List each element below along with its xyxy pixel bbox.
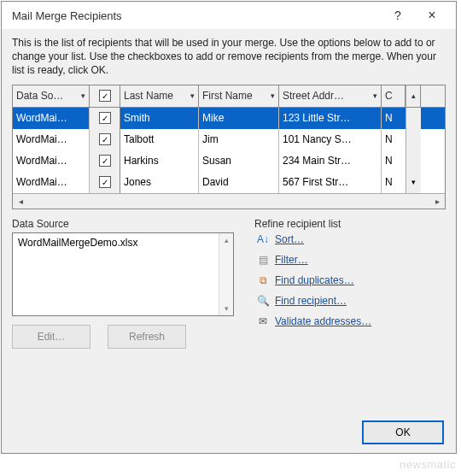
row-checkbox[interactable]: ✓ [99, 112, 111, 124]
check-all-checkbox[interactable]: ✓ [99, 90, 111, 102]
row-checkbox[interactable]: ✓ [99, 133, 111, 145]
scroll-down-icon[interactable]: ▾ [219, 302, 233, 315]
table-row[interactable]: WordMai… ✓ Harkins Susan 234 Main Str… N [13, 150, 445, 172]
recipients-grid: Data So…▾ ✓ Last Name▾ First Name▾ Stree… [12, 85, 446, 209]
chevron-down-icon: ▾ [190, 91, 195, 100]
find-icon: 🔍 [256, 294, 270, 308]
col-first-name[interactable]: First Name▾ [199, 85, 279, 107]
scroll-up-icon[interactable]: ▴ [406, 85, 421, 107]
table-row[interactable]: WordMai… ✓ Jones David 567 First Str… N … [13, 172, 445, 193]
dialog-title: Mail Merge Recipients [12, 9, 381, 22]
sort-icon: A↓ [256, 232, 270, 246]
data-source-list[interactable]: WordMailMergeDemo.xlsx ▴ ▾ [12, 232, 234, 316]
refresh-button[interactable]: Refresh [108, 325, 186, 349]
table-row[interactable]: WordMai… ✓ Talbott Jim 101 Nancy S… N [13, 129, 445, 150]
find-duplicates-link[interactable]: Find duplicates… [275, 274, 354, 286]
table-row[interactable]: WordMai… ✓ Smith Mike 123 Little Str… N [13, 108, 445, 129]
horizontal-scrollbar[interactable]: ◂ ▸ [13, 193, 445, 209]
watermark: newsmatic [400, 458, 456, 471]
close-button[interactable]: × [415, 8, 449, 23]
titlebar: Mail Merge Recipients ? × [2, 2, 456, 29]
chevron-down-icon: ▾ [271, 91, 275, 100]
data-source-panel: Data Source WordMailMergeDemo.xlsx ▴ ▾ E… [12, 218, 234, 349]
mail-merge-dialog: Mail Merge Recipients ? × This is the li… [1, 1, 457, 454]
scroll-up-icon[interactable]: ▴ [219, 233, 233, 247]
row-checkbox[interactable]: ✓ [99, 176, 111, 188]
row-checkbox[interactable]: ✓ [99, 155, 111, 167]
grid-header: Data So…▾ ✓ Last Name▾ First Name▾ Stree… [13, 85, 445, 108]
chevron-down-icon: ▾ [81, 91, 85, 100]
filter-icon: ▤ [256, 253, 270, 267]
filter-link[interactable]: Filter… [275, 254, 308, 266]
scroll-right-icon[interactable]: ▸ [429, 193, 445, 209]
data-source-item[interactable]: WordMailMergeDemo.xlsx [15, 235, 231, 250]
chevron-down-icon: ▾ [373, 91, 377, 100]
vertical-scrollbar[interactable]: ▴ ▾ [219, 233, 233, 315]
scroll-left-icon[interactable]: ◂ [13, 193, 28, 209]
validate-icon: ✉ [256, 314, 270, 328]
data-source-label: Data Source [12, 218, 234, 230]
col-data-source[interactable]: Data So…▾ [13, 85, 90, 107]
edit-button[interactable]: Edit… [12, 325, 90, 349]
intro-text: This is the list of recipients that will… [12, 36, 446, 78]
dialog-content: This is the list of recipients that will… [2, 29, 456, 354]
refine-label: Refine recipient list [254, 218, 446, 230]
col-check-all[interactable]: ✓ [90, 85, 120, 107]
find-recipient-link[interactable]: Find recipient… [275, 295, 347, 307]
refine-panel: Refine recipient list A↓ Sort… ▤ Filter…… [254, 218, 446, 349]
ok-button[interactable]: OK [362, 420, 444, 444]
duplicates-icon: ⧉ [256, 273, 270, 287]
col-last-name[interactable]: Last Name▾ [120, 85, 199, 107]
help-button[interactable]: ? [381, 9, 415, 22]
validate-link[interactable]: Validate addresses… [275, 315, 371, 327]
sort-link[interactable]: Sort… [275, 233, 304, 245]
col-street[interactable]: Street Addr…▾ [279, 85, 382, 107]
col-c[interactable]: C [382, 85, 406, 107]
